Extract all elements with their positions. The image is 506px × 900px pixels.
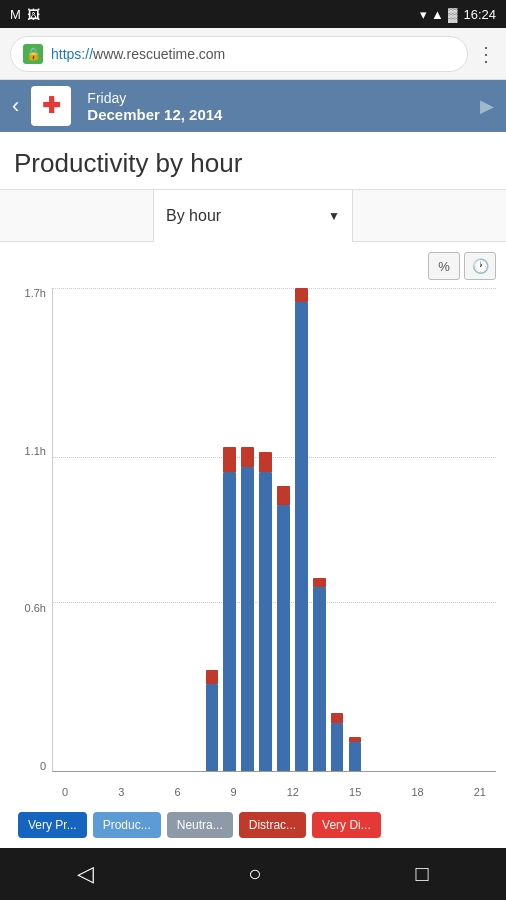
productive-bar xyxy=(349,742,362,771)
dropdown-label: By hour xyxy=(166,207,221,225)
distracted-bar xyxy=(295,288,308,302)
legend-item[interactable]: Distrac... xyxy=(239,812,306,838)
legend-item[interactable]: Neutra... xyxy=(167,812,233,838)
y-label-mid1: 1.1h xyxy=(25,446,46,457)
productive-bar xyxy=(259,472,272,771)
x-label-15: 15 xyxy=(349,786,361,798)
bar-group-hour-17 xyxy=(365,288,381,771)
nav-header: ‹ ✚ Friday December 12, 2014 ▶ xyxy=(0,80,506,132)
productive-bar xyxy=(313,587,326,771)
distracted-bar xyxy=(313,578,326,588)
nav-date: December 12, 2014 xyxy=(87,106,468,123)
bar-group-hour-12 xyxy=(276,288,292,771)
page-title: Productivity by hour xyxy=(0,132,506,190)
percent-button[interactable]: % xyxy=(428,252,460,280)
bar-group-hour-20 xyxy=(419,288,435,771)
bar-group-hour-18 xyxy=(383,288,399,771)
browser-bar: 🔒 https://www.rescuetime.com ⋮ xyxy=(0,28,506,80)
y-label-mid2: 0.6h xyxy=(25,603,46,614)
distracted-bar xyxy=(259,452,272,471)
bar-group-hour-21 xyxy=(436,288,452,771)
url-protocol: https:// xyxy=(51,46,93,62)
bar-group-hour-3 xyxy=(115,288,131,771)
back-nav-button[interactable]: ◁ xyxy=(77,861,94,887)
bar-group-hour-4 xyxy=(133,288,149,771)
bottom-nav: ◁ ○ □ xyxy=(0,848,506,900)
clock-icon: 🕐 xyxy=(472,258,489,274)
bar-group-hour-14 xyxy=(311,288,327,771)
signal-icon: ▲ xyxy=(431,7,444,22)
dropdown-row: By hour ▼ xyxy=(0,190,506,242)
x-label-18: 18 xyxy=(411,786,423,798)
bar-group-hour-8 xyxy=(204,288,220,771)
bar-group-hour-6 xyxy=(168,288,184,771)
productive-bar xyxy=(277,505,290,771)
productive-bar xyxy=(206,684,219,771)
lock-icon: 🔒 xyxy=(23,44,43,64)
chart-area: % 🕐 1.7h 1.1h 0.6h 0 xyxy=(0,242,506,848)
page-content: Productivity by hour By hour ▼ % 🕐 1.7h … xyxy=(0,132,506,848)
url-domain: www.rescuetime.com xyxy=(93,46,225,62)
logo-cross-icon: ✚ xyxy=(42,93,60,119)
bar-group-hour-0 xyxy=(61,288,77,771)
distracted-bar xyxy=(223,447,236,471)
chart-container: 1.7h 1.1h 0.6h 0 0 3 6 9 12 xyxy=(10,288,496,802)
bar-group-hour-5 xyxy=(150,288,166,771)
rescuetime-logo: ✚ xyxy=(31,86,71,126)
bar-group-hour-13 xyxy=(293,288,309,771)
clock-display: 16:24 xyxy=(463,7,496,22)
x-label-9: 9 xyxy=(231,786,237,798)
x-label-21: 21 xyxy=(474,786,486,798)
bars-container xyxy=(53,288,496,771)
gmail-icon: M xyxy=(10,7,21,22)
productive-bar xyxy=(331,723,344,771)
recents-nav-button[interactable]: □ xyxy=(416,861,429,887)
bar-group-hour-10 xyxy=(240,288,256,771)
url-text: https://www.rescuetime.com xyxy=(51,46,225,62)
bar-group-hour-7 xyxy=(186,288,202,771)
legend-item[interactable]: Very Di... xyxy=(312,812,381,838)
wifi-icon: ▾ xyxy=(420,7,427,22)
distracted-bar xyxy=(241,447,254,466)
y-label-bottom: 0 xyxy=(40,761,46,772)
image-icon: 🖼 xyxy=(27,7,40,22)
chart-controls: % 🕐 xyxy=(10,252,496,280)
bar-group-hour-9 xyxy=(222,288,238,771)
browser-menu-button[interactable]: ⋮ xyxy=(476,42,496,66)
chart-inner xyxy=(52,288,496,772)
url-bar[interactable]: 🔒 https://www.rescuetime.com xyxy=(10,36,468,72)
y-axis: 1.7h 1.1h 0.6h 0 xyxy=(10,288,52,772)
bar-group-hour-19 xyxy=(401,288,417,771)
bar-group-hour-16 xyxy=(347,288,363,771)
productive-bar xyxy=(223,472,236,771)
home-nav-button[interactable]: ○ xyxy=(248,861,261,887)
distracted-bar xyxy=(206,670,219,684)
bar-group-hour-22 xyxy=(454,288,470,771)
status-bar: M 🖼 ▾ ▲ ▓ 16:24 xyxy=(0,0,506,28)
bar-group-hour-2 xyxy=(97,288,113,771)
bar-group-hour-1 xyxy=(79,288,95,771)
x-label-12: 12 xyxy=(287,786,299,798)
distracted-bar xyxy=(331,713,344,723)
nav-forward-button[interactable]: ▶ xyxy=(480,95,494,117)
nav-date-display: Friday December 12, 2014 xyxy=(87,90,468,123)
x-label-6: 6 xyxy=(174,786,180,798)
y-label-top: 1.7h xyxy=(25,288,46,299)
status-icons-left: M 🖼 xyxy=(10,7,40,22)
clock-button[interactable]: 🕐 xyxy=(464,252,496,280)
x-label-3: 3 xyxy=(118,786,124,798)
bar-group-hour-23 xyxy=(472,288,488,771)
legend-item[interactable]: Very Pr... xyxy=(18,812,87,838)
legend: Very Pr...Produc...Neutra...Distrac...Ve… xyxy=(10,802,496,848)
nav-back-button[interactable]: ‹ xyxy=(12,93,19,119)
battery-icon: ▓ xyxy=(448,7,457,22)
productive-bar xyxy=(295,302,308,771)
nav-day: Friday xyxy=(87,90,468,106)
legend-item[interactable]: Produc... xyxy=(93,812,161,838)
distracted-bar xyxy=(277,486,290,505)
x-label-0: 0 xyxy=(62,786,68,798)
hour-dropdown[interactable]: By hour ▼ xyxy=(153,190,353,242)
status-icons-right: ▾ ▲ ▓ 16:24 xyxy=(420,7,496,22)
productive-bar xyxy=(241,467,254,771)
dropdown-arrow-icon: ▼ xyxy=(328,209,340,223)
